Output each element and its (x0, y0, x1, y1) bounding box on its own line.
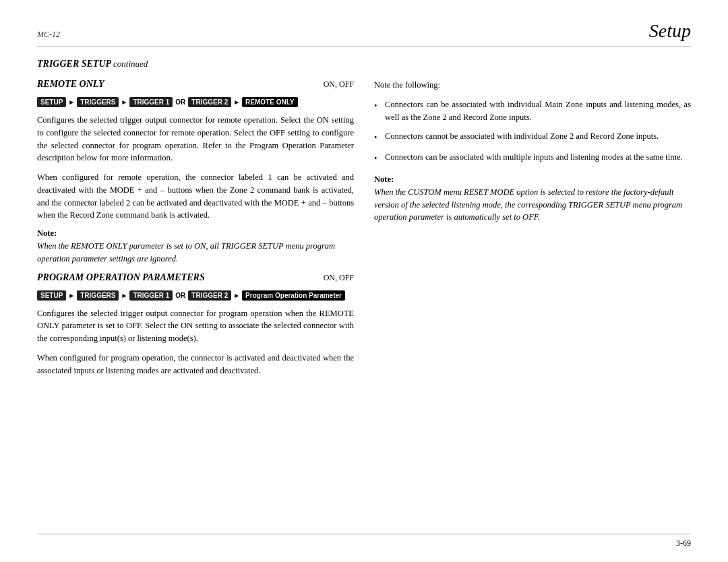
bullet-text-2: Connectors cannot be associated with ind… (385, 130, 659, 143)
nav-arrow-5: ► (121, 292, 127, 299)
nav-arrow-3: ► (233, 98, 240, 106)
program-op-onoff: ON, OFF (324, 273, 354, 283)
right-column: Note the following: • Connectors can be … (374, 79, 691, 383)
nav-triggers-1: TRIGGERS (77, 97, 119, 107)
nav-arrow-2: ► (121, 98, 127, 106)
trigger-setup-title: TRIGGER SETUP continued (37, 59, 148, 69)
right-note-text: When the CUSTOM menu RESET MODE option i… (374, 186, 691, 224)
bullet-dot-3: • (374, 152, 380, 165)
nav-arrow-1: ► (68, 98, 75, 106)
content-area: REMOTE ONLY ON, OFF SETUP ► TRIGGERS ► T… (37, 79, 691, 383)
nav-triggers-2: TRIGGERS (77, 290, 119, 301)
nav-prog-op-param: Program Operation Parameter (242, 290, 345, 301)
remote-only-body1: Configures the selected trigger output c… (37, 114, 354, 164)
bullet-text-3: Connectors can be associated with multip… (385, 151, 683, 164)
list-item: • Connectors can be associated with indi… (374, 98, 691, 124)
program-operation-section: PROGRAM OPERATION PARAMETERS ON, OFF SET… (37, 272, 354, 377)
nav-arrow-4: ► (68, 292, 75, 299)
nav-trigger1: TRIGGER 1 (129, 97, 173, 107)
program-op-heading: PROGRAM OPERATION PARAMETERS (37, 272, 205, 283)
main-section-heading: TRIGGER SETUP continued (37, 59, 691, 69)
left-column: REMOTE ONLY ON, OFF SETUP ► TRIGGERS ► T… (37, 79, 354, 383)
bullet-list: • Connectors can be associated with indi… (374, 98, 691, 165)
remote-only-heading: REMOTE ONLY (37, 79, 104, 90)
page-number: 3-69 (676, 538, 691, 549)
page-title: Setup (649, 20, 691, 42)
nav-or-2: OR (175, 292, 185, 299)
nav-arrow-6: ► (233, 292, 240, 299)
remote-only-body2: When configured for remote operation, th… (37, 171, 354, 222)
footer: 3-69 (37, 534, 691, 549)
remote-only-nav: SETUP ► TRIGGERS ► TRIGGER 1 OR TRIGGER … (37, 97, 354, 107)
bullet-text-1: Connectors can be associated with indivi… (385, 98, 691, 124)
nav-trigger2-2: TRIGGER 2 (188, 290, 231, 301)
bullet-dot-1: • (374, 100, 380, 113)
list-item: • Connectors can be associated with mult… (374, 151, 691, 165)
page: MC-12 Setup TRIGGER SETUP continued REMO… (0, 0, 728, 562)
remote-only-onoff: ON, OFF (324, 80, 354, 90)
program-op-body1: Configures the selected trigger output c… (37, 307, 354, 345)
bullet-dot-2: • (374, 131, 380, 144)
nav-remote-only: REMOTE ONLY (242, 97, 297, 107)
nav-setup-1: SETUP (37, 97, 66, 107)
list-item: • Connectors cannot be associated with i… (374, 130, 691, 144)
header: MC-12 Setup (37, 20, 691, 46)
remote-only-section: REMOTE ONLY ON, OFF SETUP ► TRIGGERS ► T… (37, 79, 354, 266)
right-note-label: Note: (374, 175, 691, 185)
nav-or-1: OR (175, 98, 185, 106)
right-intro: Note the following: (374, 79, 691, 92)
nav-setup-2: SETUP (37, 290, 66, 301)
remote-only-note-label: Note: (37, 228, 354, 239)
program-op-body2: When configured for program operation, t… (37, 352, 354, 377)
nav-trigger1-2: TRIGGER 1 (129, 290, 173, 301)
remote-only-note-text: When the REMOTE ONLY parameter is set to… (37, 240, 354, 266)
program-op-nav: SETUP ► TRIGGERS ► TRIGGER 1 OR TRIGGER … (37, 290, 354, 301)
model-label: MC-12 (37, 30, 60, 40)
continued-label: continued (113, 59, 148, 69)
nav-trigger2: TRIGGER 2 (188, 97, 231, 107)
